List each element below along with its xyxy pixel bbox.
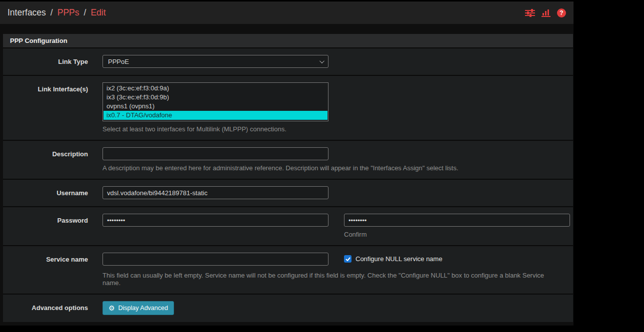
link-type-select[interactable]: PPPoE — [102, 55, 328, 68]
bar-chart-icon[interactable] — [542, 9, 550, 17]
breadcrumb-section: Interfaces — [8, 7, 46, 18]
help-icon[interactable]: ? — [557, 8, 566, 17]
service-name-input[interactable] — [102, 253, 328, 266]
null-service-checkbox-label: Configure NULL service name — [356, 255, 442, 263]
description-input[interactable] — [102, 147, 328, 160]
password-confirm-label: Confirm — [344, 231, 570, 238]
chevron-down-icon — [320, 58, 324, 63]
top-navbar: Interfaces / PPPs / Edit — [0, 1, 574, 24]
list-option-ix0-7-selected[interactable]: ix0.7 - DTAG/vodafone — [104, 111, 328, 120]
description-help: A description may be entered here for ad… — [102, 164, 568, 172]
link-type-selected-value: PPPoE — [108, 58, 129, 65]
row-link-type: Link Type PPPoE — [3, 47, 573, 75]
link-interfaces-help: Select at least two interfaces for Multi… — [102, 125, 568, 133]
navbar-icons: ? — [525, 8, 566, 17]
link-type-label: Link Type — [3, 55, 88, 68]
display-advanced-button[interactable]: ⚙ Display Advanced — [102, 301, 174, 315]
breadcrumb-link-ppps[interactable]: PPPs — [58, 7, 80, 18]
breadcrumb: Interfaces / PPPs / Edit — [8, 7, 106, 18]
content-area: PPP Configuration Link Type PPPoE Link I… — [0, 24, 574, 332]
password-input[interactable] — [102, 214, 328, 227]
password-confirm-input[interactable] — [344, 214, 570, 227]
panel-body: Link Type PPPoE Link Interface(s) ix2 (3… — [3, 47, 573, 322]
sliders-icon[interactable] — [525, 9, 535, 17]
display-advanced-button-label: Display Advanced — [118, 305, 168, 312]
panel-title: PPP Configuration — [3, 34, 573, 47]
link-interfaces-label: Link Interface(s) — [3, 82, 88, 133]
row-description: Description A description may be entered… — [3, 140, 573, 179]
row-link-interfaces: Link Interface(s) ix2 (3c:ec:ef:f3:0d:9a… — [3, 75, 573, 140]
advanced-options-label: Advanced options — [3, 301, 88, 315]
breadcrumb-separator: / — [84, 7, 86, 18]
list-option-ovpns1[interactable]: ovpns1 (ovpns1) — [104, 102, 328, 111]
service-name-label: Service name — [3, 253, 88, 287]
list-option-ix3[interactable]: ix3 (3c:ec:ef:f3:0d:9b) — [104, 93, 328, 102]
service-name-help: This field can usually be left empty. Se… — [102, 272, 555, 287]
page: Interfaces / PPPs / Edit — [0, 0, 574, 326]
row-advanced-options: Advanced options ⚙ Display Advanced — [3, 294, 573, 322]
row-password: Password Confirm — [3, 206, 573, 245]
list-option-ix2[interactable]: ix2 (3c:ec:ef:f3:0d:9a) — [104, 84, 328, 93]
username-input[interactable] — [102, 186, 328, 199]
link-interfaces-listbox[interactable]: ix2 (3c:ec:ef:f3:0d:9a) ix3 (3c:ec:ef:f3… — [102, 82, 328, 121]
gear-icon: ⚙ — [108, 305, 115, 312]
ppp-configuration-panel: PPP Configuration Link Type PPPoE Link I… — [3, 34, 573, 322]
breadcrumb-separator: / — [50, 7, 53, 18]
description-label: Description — [3, 147, 88, 172]
username-label: Username — [3, 186, 88, 199]
null-service-checkbox-group[interactable]: Configure NULL service name — [344, 253, 442, 263]
row-username: Username — [3, 179, 573, 206]
null-service-checkbox[interactable] — [344, 255, 352, 263]
password-label: Password — [3, 214, 88, 238]
row-service-name: Service name Configure NULL service n — [3, 245, 573, 294]
breadcrumb-link-edit[interactable]: Edit — [90, 7, 106, 18]
